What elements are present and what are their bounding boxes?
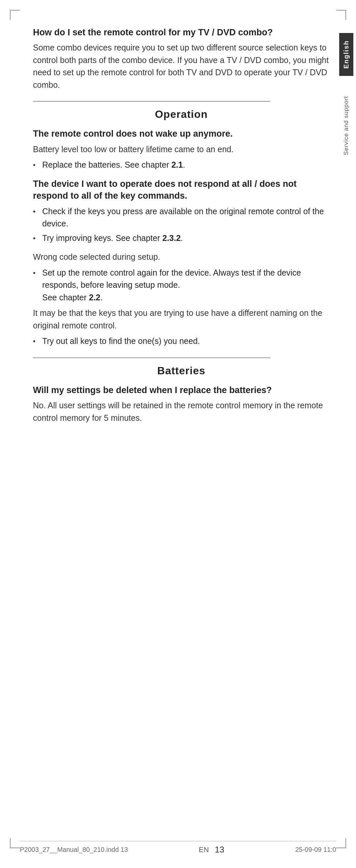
tv-dvd-body: Some combo devices require you to set up… — [33, 41, 330, 91]
corner-mark-br — [336, 838, 346, 848]
bullet-dot-1: • — [33, 159, 42, 170]
remote-wake-heading: The remote control does not wake up anym… — [33, 128, 330, 140]
page-container: English Service and support How do I set… — [0, 0, 356, 868]
tv-dvd-heading: How do I set the remote control for my T… — [33, 26, 330, 38]
batteries-heading: Will my settings be deleted when I repla… — [33, 384, 330, 396]
try-keys-text: Try out all keys to find the one(s) you … — [42, 335, 200, 347]
corner-mark-tl — [10, 10, 20, 20]
filename-label: P2003_27__Manual_80_210.indd 13 — [20, 846, 128, 854]
operation-title: Operation — [33, 108, 330, 121]
setup-see-chapter: See chapter 2.2. — [42, 291, 330, 304]
divider-batteries — [33, 358, 270, 358]
bottom-bar: P2003_27__Manual_80_210.indd 13 EN 13 25… — [20, 841, 336, 855]
tv-dvd-section: How do I set the remote control for my T… — [33, 26, 330, 91]
device-respond-bullet2: • Try improving keys. See chapter 2.3.2. — [33, 232, 330, 245]
bullet-dot-3: • — [33, 232, 42, 244]
device-respond-bullet1: • Check if the keys you press are availa… — [33, 205, 330, 230]
device-respond-section: The device I want to operate does not re… — [33, 178, 330, 244]
naming-para: It may be that the keys that you are try… — [33, 307, 330, 332]
setup-bullet1-text: Set up the remote control again for the … — [42, 267, 330, 304]
setup-bullet1: • Set up the remote control again for th… — [33, 267, 330, 304]
sidebar-right: English Service and support — [336, 33, 356, 168]
sidebar-service-label: Service and support — [340, 83, 353, 168]
remote-wake-bullet1: • Replace the batteries. See chapter 2.1… — [33, 159, 330, 171]
remote-wake-section: The remote control does not wake up anym… — [33, 128, 330, 171]
corner-mark-bl — [10, 838, 20, 848]
remote-wake-bullet1-text: Replace the batteries. See chapter 2.1. — [42, 159, 185, 171]
bullet-dot-4: • — [33, 267, 42, 278]
remote-wake-body: Battery level too low or battery lifetim… — [33, 143, 330, 156]
wrong-code-section: Wrong code selected during setup. • Set … — [33, 251, 330, 347]
date-label: 25-09-09 11:0 — [295, 846, 336, 854]
sidebar-english-label: English — [339, 33, 353, 76]
page-lang-label: EN — [199, 845, 209, 854]
bullet-dot-5: • — [33, 335, 42, 346]
corner-mark-tr — [336, 10, 346, 20]
batteries-body: No. All user settings will be retained i… — [33, 399, 330, 424]
bullet-dot-2: • — [33, 205, 42, 217]
device-respond-bullet2-text: Try improving keys. See chapter 2.3.2. — [42, 232, 183, 245]
batteries-section: Will my settings be deleted when I repla… — [33, 384, 330, 424]
divider-operation — [33, 101, 270, 102]
batteries-title: Batteries — [33, 365, 330, 377]
wrong-code-para: Wrong code selected during setup. — [33, 251, 330, 264]
try-keys-bullet: • Try out all keys to find the one(s) yo… — [33, 335, 330, 347]
page-number-area: EN 13 — [199, 844, 224, 855]
main-content: How do I set the remote control for my T… — [33, 26, 330, 828]
device-respond-heading: The device I want to operate does not re… — [33, 178, 330, 202]
page-number: 13 — [215, 844, 224, 855]
device-respond-bullet1-text: Check if the keys you press are availabl… — [42, 205, 330, 230]
